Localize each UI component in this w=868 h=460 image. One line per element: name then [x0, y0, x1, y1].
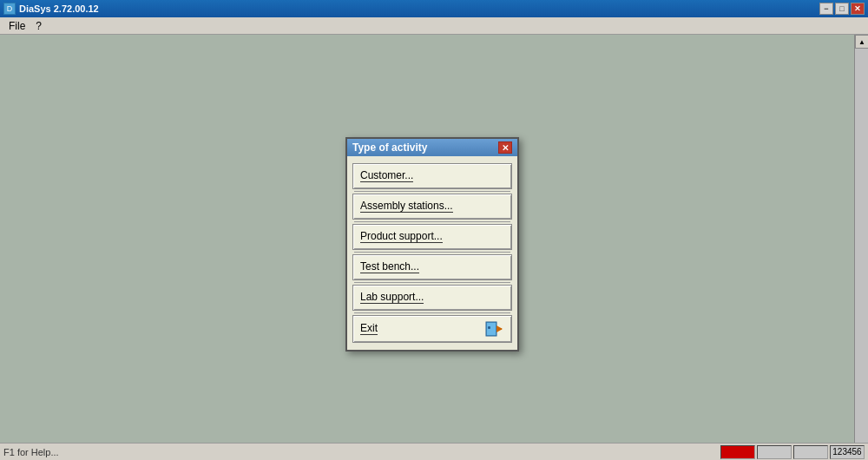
status-bar: F1 for Help... 123456: [0, 443, 868, 460]
assembly-label: Assembly stations...: [360, 200, 453, 213]
window-controls: − □ ✕: [819, 3, 865, 15]
assembly-stations-button[interactable]: Assembly stations...: [352, 194, 512, 220]
dialog-overlay: Type of activity ✕ Customer... Assembly …: [0, 35, 868, 443]
exit-icon: [485, 321, 504, 337]
exit-label: Exit: [360, 323, 378, 335]
divider-5: [354, 312, 510, 313]
dialog-title-bar: Type of activity ✕: [347, 139, 517, 156]
divider-2: [354, 221, 510, 222]
title-bar: D DiaSys 2.72.00.12 − □ ✕: [0, 0, 868, 17]
exit-button[interactable]: Exit: [352, 315, 512, 343]
product-support-button[interactable]: Product support...: [352, 224, 512, 250]
divider-1: [354, 191, 510, 192]
menu-help[interactable]: ?: [30, 18, 47, 34]
dialog-body: Customer... Assembly stations... Product…: [347, 156, 517, 350]
minimize-button[interactable]: −: [819, 3, 833, 15]
svg-rect-4: [496, 328, 502, 330]
activity-dialog: Type of activity ✕ Customer... Assembly …: [345, 137, 519, 352]
main-area: ▲ Type of activity ✕ Customer... Assembl…: [0, 35, 868, 443]
menu-file[interactable]: File: [3, 18, 30, 34]
test-label: Test bench...: [360, 261, 419, 273]
lab-support-button[interactable]: Lab support...: [352, 285, 512, 311]
customer-label: Customer...: [360, 170, 413, 182]
status-cell-2: [793, 445, 828, 459]
lab-label: Lab support...: [360, 292, 424, 304]
menu-bar: File ?: [0, 17, 868, 35]
customer-button[interactable]: Customer...: [352, 163, 512, 189]
dialog-close-button[interactable]: ✕: [498, 141, 512, 154]
status-cell-1: [757, 445, 792, 459]
help-text: F1 for Help...: [3, 447, 720, 457]
status-cell-number: 123456: [830, 445, 865, 459]
svg-rect-1: [487, 323, 496, 335]
divider-4: [354, 282, 510, 283]
status-cell-red: [720, 445, 755, 459]
window-title: DiaSys 2.72.00.12: [19, 3, 819, 14]
dialog-title: Type of activity: [352, 141, 427, 154]
app-icon: D: [3, 3, 16, 15]
maximize-button[interactable]: □: [835, 3, 849, 15]
product-label: Product support...: [360, 231, 443, 243]
status-right: 123456: [720, 445, 865, 459]
test-bench-button[interactable]: Test bench...: [352, 254, 512, 280]
svg-rect-2: [488, 326, 490, 329]
close-button[interactable]: ✕: [851, 3, 865, 15]
divider-3: [354, 252, 510, 253]
